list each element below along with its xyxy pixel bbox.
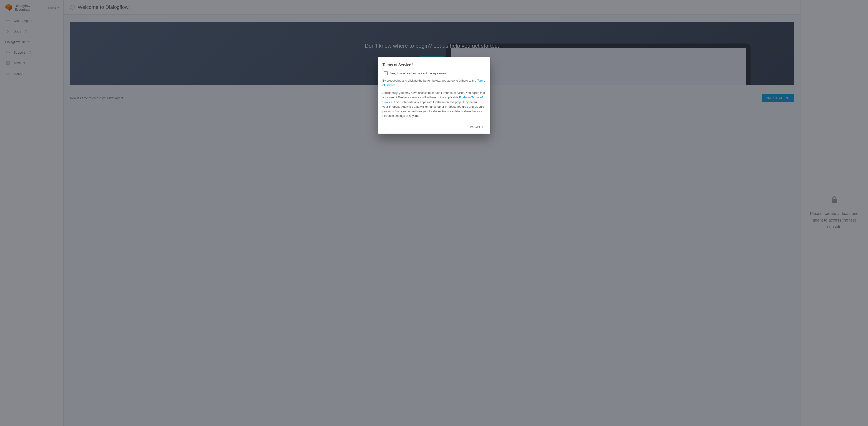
tos-checkbox-row: Yes, I have read and accept the agreemen…	[382, 71, 486, 78]
modal-actions: ACCEPT	[382, 121, 486, 130]
accept-button[interactable]: ACCEPT	[468, 123, 486, 130]
modal-overlay: Terms of Service* Yes, I have read and a…	[0, 0, 868, 426]
required-asterisk: *	[412, 63, 413, 67]
modal-title: Terms of Service*	[382, 63, 486, 67]
tos-checkbox-label[interactable]: Yes, I have read and accept the agreemen…	[391, 72, 448, 75]
modal-paragraph-1: By proceeding and clicking the button be…	[382, 78, 486, 88]
tos-modal: Terms of Service* Yes, I have read and a…	[378, 57, 490, 134]
tos-checkbox[interactable]	[384, 71, 388, 75]
modal-p2-post: . If you integrate any apps with Firebas…	[382, 100, 484, 118]
modal-paragraph-2: Additionally, you may have access to cer…	[382, 91, 486, 118]
modal-p1-post: .	[396, 84, 396, 87]
modal-title-text: Terms of Service	[382, 63, 411, 67]
modal-p1-pre: By proceeding and clicking the button be…	[382, 79, 477, 82]
